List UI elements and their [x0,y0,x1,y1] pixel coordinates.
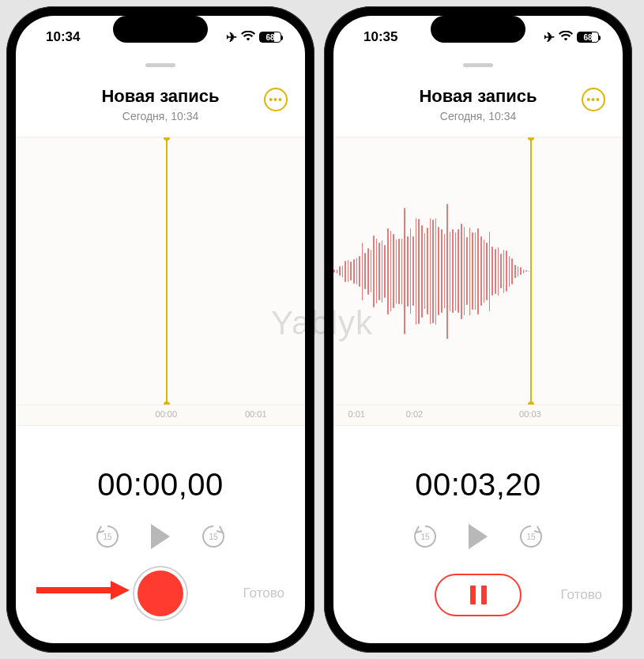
record-button[interactable] [137,571,183,616]
done-button[interactable]: Готово [243,586,285,601]
timeline-tick: 00:03 [519,409,541,419]
waveform-bars [333,137,530,405]
timeline-tick: 00:01 [245,409,267,419]
done-button[interactable]: Готово [561,587,603,603]
forward-15-button[interactable]: 15 [200,523,227,550]
play-button[interactable] [151,524,170,549]
svg-text:15: 15 [526,533,536,541]
wifi-icon [241,29,255,45]
transport-controls: 15 15 [333,523,623,550]
pause-button[interactable] [435,574,522,616]
transport-controls: 15 15 [16,523,305,550]
timeline-tick: 0:02 [406,409,423,419]
recording-subtitle: Сегодня, 10:34 [333,110,623,122]
timer-display: 00:00,00 [16,467,305,503]
svg-text:15: 15 [420,533,430,541]
svg-marker-3 [111,581,130,600]
playhead [530,137,532,405]
svg-text:15: 15 [209,533,218,541]
recording-header: Новая запись Сегодня, 10:34 ••• [16,86,305,122]
dynamic-island [113,16,208,43]
waveform-area[interactable] [16,137,305,405]
recording-subtitle: Сегодня, 10:34 [16,110,305,122]
timeline[interactable]: 00:0000:01 [16,405,305,426]
play-button[interactable] [469,524,488,549]
more-options-button[interactable]: ••• [582,88,605,111]
rewind-15-button[interactable]: 15 [412,523,439,550]
timeline-tick: 00:00 [156,409,178,419]
waveform-area[interactable] [333,137,623,405]
timer-display: 00:03,20 [333,467,623,503]
battery-icon: 68 [259,32,281,43]
drawer-handle[interactable] [145,63,175,67]
dynamic-island [431,16,525,43]
svg-text:15: 15 [103,533,112,541]
timeline-tick: 0:01 [348,409,365,419]
airplane-icon: ✈︎ [226,29,237,46]
more-options-button[interactable]: ••• [264,88,288,111]
screen: 10:35 ✈︎ 68 Новая запись Сегодня, 10:34 … [333,16,623,643]
drawer-handle[interactable] [463,63,493,67]
annotation-arrow-icon [35,578,130,605]
phone-right: 10:35 ✈︎ 68 Новая запись Сегодня, 10:34 … [324,6,632,653]
recording-title: Новая запись [16,86,305,107]
battery-icon: 68 [577,32,599,43]
rewind-15-button[interactable]: 15 [94,523,121,550]
forward-15-button[interactable]: 15 [518,523,544,550]
recording-header: Новая запись Сегодня, 10:34 ••• [333,86,623,122]
timeline[interactable]: 0:010:0200:03 [333,405,623,426]
phone-left: 10:34 ✈︎ 68 Новая запись Сегодня, 10:34 … [6,6,314,653]
status-time: 10:35 [363,29,397,45]
wifi-icon [559,29,573,45]
status-time: 10:34 [46,29,80,45]
airplane-icon: ✈︎ [544,29,555,46]
playhead [166,137,168,405]
screen: 10:34 ✈︎ 68 Новая запись Сегодня, 10:34 … [16,16,305,643]
recording-title: Новая запись [333,86,623,107]
